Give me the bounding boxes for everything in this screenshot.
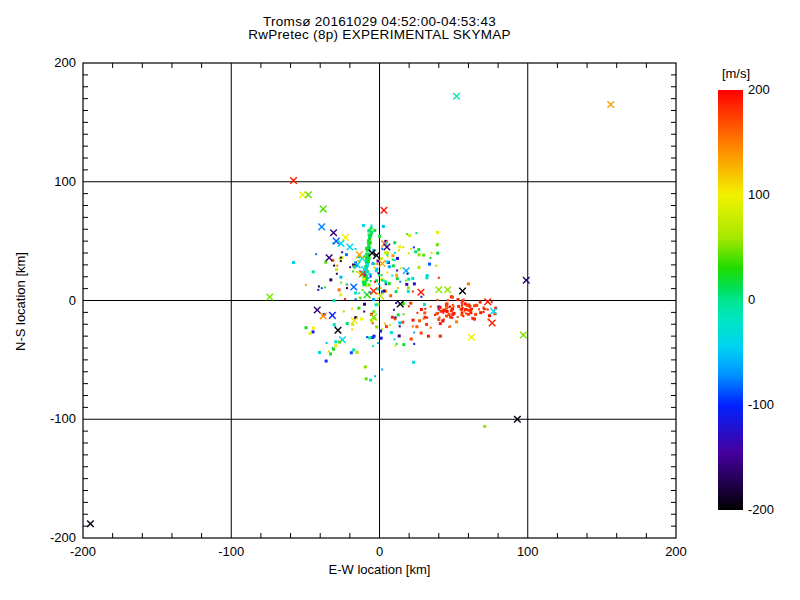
data-point-cross	[347, 244, 354, 251]
data-point-cross	[484, 298, 491, 305]
data-point-dot	[335, 268, 338, 271]
data-point-dot	[374, 375, 376, 377]
data-point-dot	[487, 309, 489, 311]
tick-labels: -200-1000100200-200-1000100200	[50, 55, 687, 559]
data-point-dot	[369, 273, 372, 276]
data-point-dot	[389, 294, 392, 297]
data-point-dot	[449, 316, 452, 319]
y-tick-label: -100	[50, 411, 76, 426]
data-point-cross	[370, 288, 377, 295]
data-point-dot	[428, 263, 431, 266]
x-tick-label: 100	[517, 544, 539, 559]
data-point-dot	[368, 277, 370, 279]
data-point-dot	[345, 253, 348, 256]
data-point-cross	[381, 207, 388, 214]
data-point-dot	[309, 332, 312, 335]
data-point-cross	[444, 287, 451, 294]
data-point-cross	[290, 177, 297, 184]
data-point-dot	[370, 224, 372, 226]
data-point-dot	[402, 246, 404, 248]
data-point-dot	[460, 313, 463, 316]
data-point-dot	[396, 269, 398, 271]
data-point-dot	[455, 320, 458, 323]
data-point-cross	[305, 192, 312, 199]
data-point-dot	[426, 274, 429, 277]
data-point-dot	[370, 234, 372, 236]
x-axis-label: E-W location [km]	[0, 562, 759, 577]
data-point-dot	[374, 281, 376, 283]
data-point-dot	[371, 336, 374, 339]
data-point-dot	[423, 311, 426, 314]
data-point-dot	[386, 242, 388, 244]
data-point-cross	[329, 312, 336, 319]
data-point-dot	[434, 314, 436, 316]
data-point-dot	[417, 248, 420, 251]
data-point-dot	[446, 310, 449, 313]
data-point-dot	[468, 305, 471, 308]
data-point-dot	[359, 297, 361, 299]
data-point-dot	[364, 365, 367, 368]
data-point-dot	[374, 303, 377, 306]
plot-subtitle: RwPretec (8p) EXPERIMENTAL SKYMAP	[0, 27, 759, 42]
data-point-dot	[438, 316, 440, 318]
data-point-dot	[375, 326, 378, 329]
data-point-dot	[362, 278, 365, 281]
data-point-dot	[397, 313, 400, 316]
data-point-dot	[457, 305, 460, 308]
data-point-dot	[345, 283, 347, 285]
data-point-dot	[371, 230, 373, 232]
skymap-window: Tromsø 20161029 04:52:00-04:53:43 RwPret…	[0, 0, 800, 600]
data-point-dot	[395, 274, 398, 277]
data-point-dot	[385, 283, 387, 285]
data-point-dot	[393, 241, 396, 244]
data-point-dot	[394, 338, 396, 340]
data-point-dot	[484, 308, 486, 310]
data-point-cross	[350, 284, 357, 291]
data-point-dot	[423, 316, 426, 319]
data-point-dot	[399, 325, 401, 327]
data-point-dot	[305, 284, 307, 286]
data-point-dot	[344, 298, 346, 300]
data-point-dot	[378, 235, 381, 238]
data-point-dot	[463, 299, 465, 301]
colorbar: 2001000-100-200	[718, 82, 774, 517]
data-point-cross	[459, 288, 466, 295]
data-point-dot	[413, 331, 415, 333]
data-point-dot	[401, 321, 404, 324]
data-point-dot	[371, 262, 374, 265]
x-tick-label: 200	[665, 544, 687, 559]
data-point-dot	[340, 257, 342, 259]
data-point-dot	[443, 318, 445, 320]
data-point-dot	[356, 271, 358, 273]
data-point-dot	[380, 257, 383, 260]
data-point-dot	[413, 282, 416, 285]
data-point-dot	[399, 281, 401, 283]
x-tick-label: -100	[218, 544, 244, 559]
data-point-dot	[366, 263, 369, 266]
data-point-dot	[315, 253, 317, 255]
data-point-dot	[349, 266, 351, 268]
data-point-dot	[363, 303, 366, 306]
data-point-dot	[403, 313, 405, 315]
data-point-dot	[431, 252, 433, 254]
data-point-dot	[305, 326, 308, 329]
data-point-dot	[389, 324, 391, 326]
data-point-dot	[385, 325, 388, 328]
data-point-dot	[386, 252, 389, 255]
data-point-dot	[377, 342, 379, 344]
data-point-cross	[607, 101, 614, 108]
data-point-dot	[332, 348, 335, 351]
data-point-dot	[368, 230, 371, 233]
data-point-cross	[326, 254, 333, 261]
y-axis-label: N-S location [km]	[13, 222, 28, 382]
data-point-dot	[414, 250, 417, 253]
data-point-dot	[471, 308, 473, 310]
x-tick-label: -200	[70, 544, 96, 559]
data-point-dot	[333, 299, 336, 302]
data-point-dot	[370, 280, 372, 282]
data-point-dot	[412, 361, 415, 364]
data-point-dot	[365, 258, 367, 260]
data-point-dot	[449, 306, 451, 308]
data-point-dot	[446, 302, 449, 305]
data-point-dot	[374, 267, 376, 269]
